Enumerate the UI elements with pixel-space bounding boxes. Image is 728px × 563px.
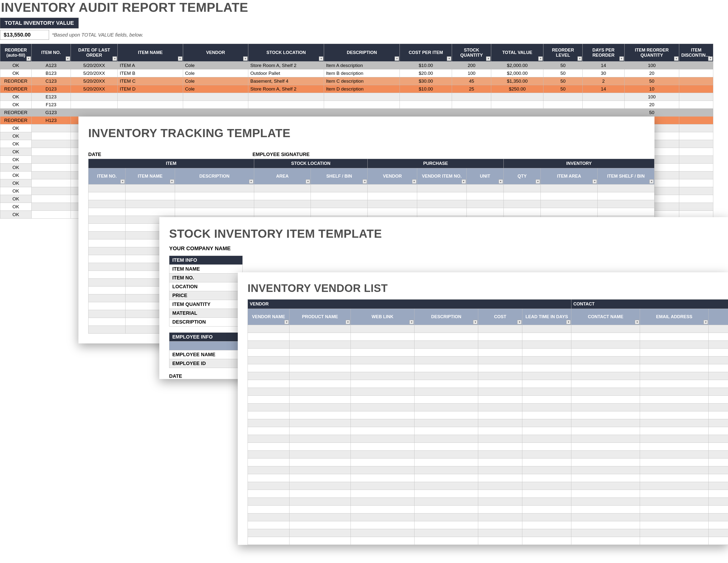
cell[interactable]	[351, 411, 414, 419]
cell[interactable]	[522, 411, 571, 419]
cell[interactable]	[88, 310, 126, 318]
cell[interactable]	[311, 208, 368, 216]
cell[interactable]: ITEM D	[118, 85, 183, 93]
cell[interactable]	[541, 200, 598, 208]
column-header[interactable]: ITEM NAME▾	[126, 168, 175, 184]
column-header[interactable]: QTY▾	[503, 168, 540, 184]
cell[interactable]	[640, 435, 709, 443]
cell[interactable]	[478, 435, 522, 443]
cell[interactable]	[289, 364, 351, 372]
cell[interactable]	[679, 62, 713, 69]
cell[interactable]	[709, 333, 728, 341]
cell[interactable]	[503, 200, 540, 208]
tracking-row[interactable]	[88, 200, 654, 208]
cell[interactable]	[452, 101, 491, 109]
cell[interactable]	[491, 93, 543, 101]
cell[interactable]	[478, 506, 522, 513]
cell[interactable]	[522, 357, 571, 364]
cell[interactable]	[414, 490, 478, 498]
cell[interactable]	[126, 200, 175, 208]
cell[interactable]	[248, 325, 289, 333]
cell[interactable]: Item A description	[324, 62, 400, 69]
cell[interactable]	[640, 404, 709, 411]
vendor-row[interactable]	[248, 419, 728, 427]
filter-dropdown-icon[interactable]: ▾	[178, 56, 182, 61]
cell[interactable]	[679, 93, 713, 101]
column-header[interactable]: ITEM REORDER QUANTITY▾	[624, 44, 679, 62]
cell[interactable]: OK	[0, 171, 32, 179]
cell[interactable]: OK	[0, 69, 32, 77]
cell[interactable]	[289, 396, 351, 404]
filter-dropdown-icon[interactable]: ▾	[499, 179, 503, 184]
cell[interactable]	[571, 419, 640, 427]
vendor-row[interactable]	[248, 537, 728, 545]
cell[interactable]: Cole	[183, 69, 248, 77]
filter-dropdown-icon[interactable]: ▾	[170, 179, 174, 184]
cell[interactable]	[503, 184, 540, 192]
cell[interactable]	[478, 513, 522, 521]
cell[interactable]	[414, 404, 478, 411]
cell[interactable]: Item C description	[324, 77, 400, 85]
vendor-row[interactable]	[248, 372, 728, 380]
cell[interactable]	[31, 164, 71, 171]
cell[interactable]: 10	[624, 85, 679, 93]
cell[interactable]	[522, 537, 571, 545]
column-header[interactable]: VENDOR ITEM NO.▾	[417, 168, 466, 184]
cell[interactable]	[640, 537, 709, 545]
cell[interactable]: 100	[624, 62, 679, 69]
cell[interactable]	[522, 435, 571, 443]
cell[interactable]	[414, 357, 478, 364]
cell[interactable]	[248, 419, 289, 427]
cell[interactable]: 14	[583, 62, 624, 69]
cell[interactable]	[351, 364, 414, 372]
cell[interactable]	[571, 325, 640, 333]
cell[interactable]	[88, 224, 126, 231]
vendor-row[interactable]	[248, 506, 728, 513]
column-header[interactable]: AREA▾	[254, 168, 311, 184]
cell[interactable]: Item D description	[324, 85, 400, 93]
cell[interactable]	[289, 427, 351, 435]
cell[interactable]	[571, 506, 640, 513]
cell[interactable]	[248, 482, 289, 490]
cell[interactable]	[248, 474, 289, 482]
cell[interactable]	[417, 208, 466, 216]
cell[interactable]	[522, 372, 571, 380]
cell[interactable]	[289, 537, 351, 545]
cell[interactable]	[414, 333, 478, 341]
cell[interactable]	[522, 506, 571, 513]
cell[interactable]	[289, 498, 351, 506]
vendor-row[interactable]	[248, 459, 728, 466]
cell[interactable]	[351, 474, 414, 482]
cell[interactable]	[88, 302, 126, 310]
cell[interactable]	[640, 364, 709, 372]
cell[interactable]	[289, 411, 351, 419]
cell[interactable]	[248, 388, 289, 396]
cell[interactable]	[414, 435, 478, 443]
tracking-row[interactable]	[88, 208, 654, 216]
cell[interactable]	[414, 380, 478, 388]
cell[interactable]	[88, 239, 126, 247]
filter-dropdown-icon[interactable]: ▾	[703, 320, 708, 324]
cell[interactable]	[478, 537, 522, 545]
cell[interactable]	[478, 349, 522, 357]
cell[interactable]	[522, 341, 571, 349]
cell[interactable]	[88, 295, 126, 302]
cell[interactable]	[289, 521, 351, 529]
cell[interactable]	[248, 427, 289, 435]
cell[interactable]	[248, 349, 289, 357]
cell[interactable]	[248, 466, 289, 474]
cell[interactable]	[640, 506, 709, 513]
column-header[interactable]: VENDOR▾	[183, 44, 248, 62]
cell[interactable]	[709, 521, 728, 529]
cell[interactable]	[522, 325, 571, 333]
filter-dropdown-icon[interactable]: ▾	[363, 179, 367, 184]
cell[interactable]	[598, 208, 654, 216]
cell[interactable]	[414, 325, 478, 333]
cell[interactable]	[571, 513, 640, 521]
cell[interactable]: OK	[0, 203, 32, 211]
filter-dropdown-icon[interactable]: ▾	[592, 179, 597, 184]
cell[interactable]: 5/20/20XX	[71, 62, 118, 69]
cell[interactable]	[289, 529, 351, 537]
cell[interactable]: REORDER	[0, 77, 32, 85]
cell[interactable]	[709, 419, 728, 427]
